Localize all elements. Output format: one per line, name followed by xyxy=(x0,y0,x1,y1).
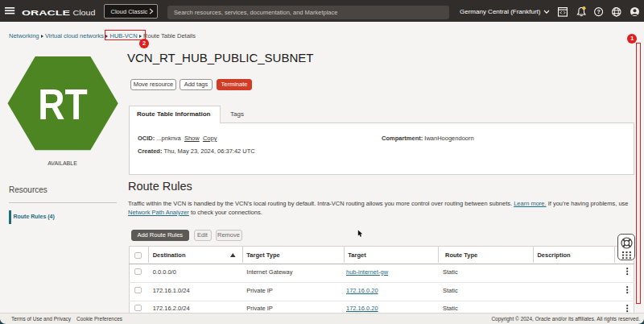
svg-text:RT: RT xyxy=(38,80,88,127)
svg-text:Cloud: Cloud xyxy=(73,8,96,17)
svg-text:ORACLE: ORACLE xyxy=(22,9,70,17)
svg-text:?: ? xyxy=(597,9,600,15)
